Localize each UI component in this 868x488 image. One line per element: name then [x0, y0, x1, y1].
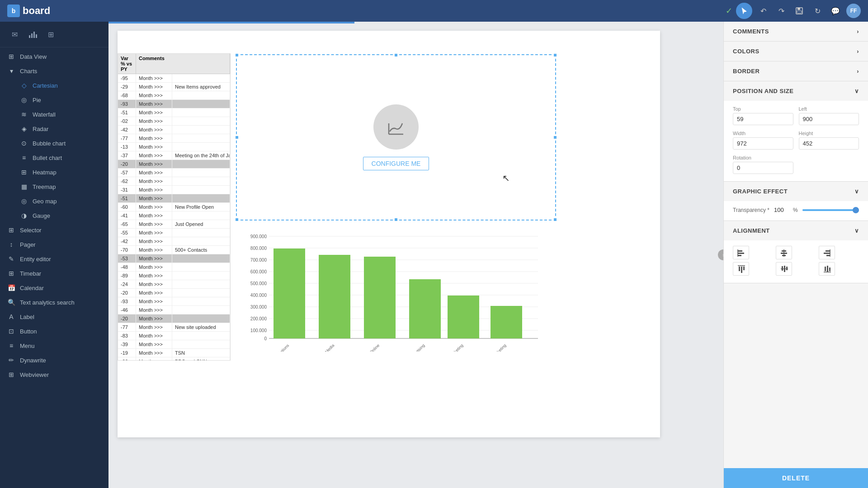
- check-icon[interactable]: ✓: [726, 6, 732, 16]
- table-row: -77 Month >>>: [118, 134, 230, 143]
- sidebar-item-label[interactable]: A Label: [0, 310, 108, 324]
- border-header[interactable]: BORDER ›: [724, 61, 868, 81]
- sidebar-item-text-analytics[interactable]: 🔍 Text analytics search: [0, 295, 108, 310]
- handle-tl[interactable]: [235, 53, 239, 57]
- sidebar-item-heatmap[interactable]: ⊞ Heatmap: [0, 165, 108, 179]
- cell-arrow: Month >>>: [136, 332, 172, 340]
- sidebar-item-treemap[interactable]: ▦ Treemap: [0, 179, 108, 194]
- table-row: -31 Month >>>: [118, 186, 230, 194]
- width-input[interactable]: [733, 137, 793, 150]
- top-field: Top: [733, 106, 793, 125]
- save-btn[interactable]: [792, 4, 807, 18]
- canvas-area[interactable]: Var % vs PY Comments -95 Month >>> -29 M…: [108, 22, 723, 488]
- svg-rect-55: [741, 267, 742, 273]
- handle-bc[interactable]: [394, 217, 398, 222]
- progress-bar: [108, 22, 354, 23]
- top-input[interactable]: [733, 113, 793, 125]
- undo-btn[interactable]: ↶: [756, 4, 770, 18]
- cell-arrow: Month >>>: [136, 323, 172, 331]
- transparency-thumb[interactable]: [853, 207, 859, 213]
- align-bottom-v-btn[interactable]: [819, 262, 835, 276]
- refresh-btn[interactable]: ↻: [810, 4, 825, 18]
- comments-label: COMMENTS: [733, 28, 769, 35]
- sidebar-icon-layout[interactable]: ⊞: [42, 25, 60, 43]
- sidebar-item-charts[interactable]: ▾ Charts: [0, 64, 108, 78]
- svg-text:800.000: 800.000: [250, 246, 267, 251]
- cell-comment: [172, 211, 230, 220]
- chart-configure-panel[interactable]: CONFIGURE ME ↖: [236, 54, 556, 221]
- cell-arrow: Month >>>: [136, 203, 172, 211]
- handle-bl[interactable]: [235, 217, 239, 222]
- sidebar-item-webviewer[interactable]: ⊞ Webviewer: [0, 367, 108, 382]
- user-avatar[interactable]: FF: [846, 4, 861, 18]
- handle-tc[interactable]: [394, 53, 398, 57]
- cell-arrow: Month >>>: [136, 177, 172, 185]
- colors-chevron: ›: [857, 48, 859, 55]
- cell-comment: [172, 91, 230, 99]
- sidebar-item-pie[interactable]: ◎ Pie: [0, 93, 108, 107]
- sidebar-item-dynawrite[interactable]: ✏ Dynawrite: [0, 353, 108, 367]
- colors-header[interactable]: COLORS ›: [724, 42, 868, 61]
- redo-btn[interactable]: ↷: [774, 4, 788, 18]
- cursor-mode-btn[interactable]: [736, 3, 752, 19]
- graphic-effect-header[interactable]: GRAPHIC EFFECT ∨: [724, 182, 868, 201]
- sidebar-item-data-view[interactable]: ⊞ Data View: [0, 49, 108, 64]
- canvas-scroll[interactable]: Var % vs PY Comments -95 Month >>> -29 M…: [108, 22, 723, 488]
- sidebar-item-menu[interactable]: ≡ Menu: [0, 338, 108, 353]
- svg-rect-42: [738, 250, 742, 252]
- svg-text:Online: Online: [369, 343, 380, 352]
- sidebar-item-gauge[interactable]: ◑ Gauge: [0, 208, 108, 223]
- sidebar-icon-chart[interactable]: [24, 25, 42, 43]
- delete-button[interactable]: DELETE: [724, 468, 868, 488]
- left-input[interactable]: [799, 113, 859, 125]
- alignment-header[interactable]: ALIGNMENT ∨: [724, 221, 868, 240]
- sidebar-item-bubble[interactable]: ⊙ Bubble chart: [0, 136, 108, 150]
- align-right-h-btn[interactable]: [819, 246, 835, 259]
- handle-mr[interactable]: [553, 135, 557, 140]
- alignment-content: [724, 240, 868, 283]
- transparency-slider[interactable]: [802, 209, 859, 211]
- rotation-input[interactable]: [733, 162, 793, 174]
- sidebar-item-entity-editor[interactable]: ✎ Entity editor: [0, 252, 108, 266]
- sidebar-item-selector[interactable]: ⊞ Selector: [0, 223, 108, 237]
- handle-tr[interactable]: [553, 53, 557, 57]
- sidebar-item-timebar[interactable]: ⊞ Timebar: [0, 266, 108, 281]
- cell-val: -48: [118, 263, 136, 271]
- align-left-h-btn[interactable]: [733, 246, 749, 259]
- comments-header[interactable]: COMMENTS ›: [724, 22, 868, 41]
- canvas-content[interactable]: Var % vs PY Comments -95 Month >>> -29 M…: [118, 31, 660, 437]
- handle-ml[interactable]: [235, 135, 239, 140]
- position-header[interactable]: POSITION AND SIZE ∨: [724, 81, 868, 101]
- sidebar-item-waterfall[interactable]: ≋ Waterfall: [0, 107, 108, 122]
- sidebar-icon-mail[interactable]: ✉: [5, 25, 24, 43]
- sidebar-item-pager[interactable]: ↕ Pager: [0, 237, 108, 252]
- sidebar-item-bullet[interactable]: ≡ Bullet chart: [0, 150, 108, 165]
- sidebar-item-cartesian[interactable]: ◇ Cartesian: [0, 78, 108, 93]
- handle-br[interactable]: [553, 217, 557, 222]
- data-table-panel[interactable]: Var % vs PY Comments -95 Month >>> -29 M…: [118, 53, 231, 361]
- height-input[interactable]: [799, 137, 859, 150]
- sidebar-item-radar[interactable]: ◈ Radar: [0, 122, 108, 136]
- cell-arrow: Month >>>: [136, 108, 172, 117]
- table-row: -89 Month >>>: [118, 272, 230, 280]
- cell-val: -41: [118, 211, 136, 220]
- configure-me-button[interactable]: CONFIGURE ME: [363, 157, 429, 170]
- cell-comment: [172, 177, 230, 185]
- align-top-v-btn[interactable]: [733, 262, 749, 276]
- cell-val: -29: [118, 83, 136, 91]
- cell-arrow: Month >>>: [136, 151, 172, 160]
- align-middle-v-btn[interactable]: [776, 262, 792, 276]
- sidebar-item-calendar[interactable]: 📅 Calendar: [0, 281, 108, 295]
- cell-val: -93: [118, 100, 136, 108]
- cell-arrow: Month >>>: [136, 314, 172, 323]
- comment-btn[interactable]: 💬: [828, 4, 843, 18]
- cell-comment: [172, 100, 230, 108]
- align-center-h-btn[interactable]: [776, 246, 792, 259]
- sidebar-item-button[interactable]: ⊡ Button: [0, 324, 108, 338]
- cell-comment: New Items approved: [172, 83, 230, 91]
- cell-arrow: Month >>>: [136, 117, 172, 125]
- svg-line-0: [744, 11, 746, 12]
- bar-chart-panel[interactable]: 900.000 800.000 700.000 600.000 500.000 …: [235, 225, 556, 356]
- timebar-icon: ⊞: [7, 269, 15, 277]
- sidebar-item-geomap[interactable]: ◎ Geo map: [0, 194, 108, 208]
